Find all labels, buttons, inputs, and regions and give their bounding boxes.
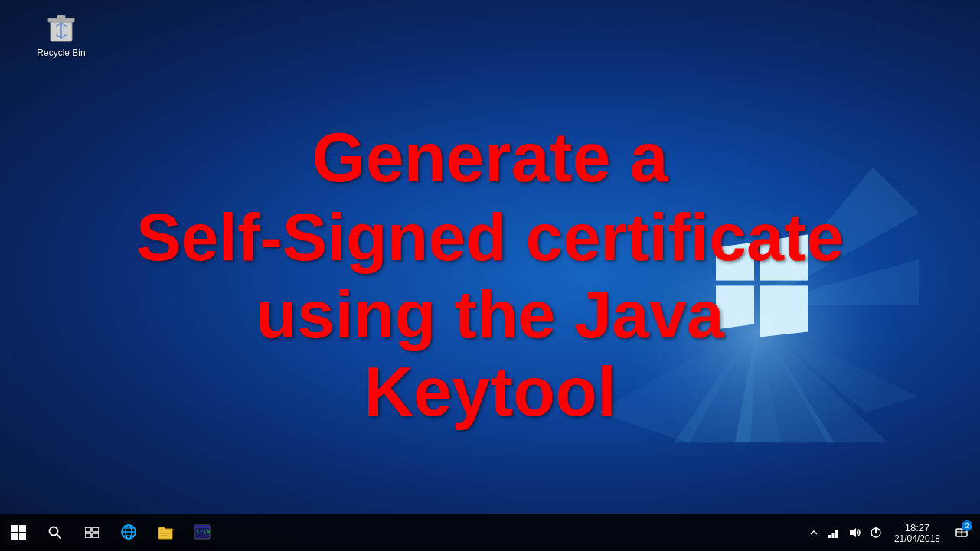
cmd-icon: C:\>_ xyxy=(194,523,211,540)
command-prompt-button[interactable]: C:\>_ xyxy=(184,514,220,551)
recycle-bin-svg xyxy=(43,8,80,44)
svg-rect-12 xyxy=(11,525,18,532)
svg-rect-35 xyxy=(835,530,838,538)
svg-point-0 xyxy=(605,167,911,442)
title-line3: using the Java xyxy=(24,276,956,353)
svg-marker-6 xyxy=(758,320,919,412)
desktop: Generate a Self-Signed certificate using… xyxy=(0,0,980,551)
power-icon xyxy=(870,527,882,539)
svg-marker-3 xyxy=(597,320,758,442)
notification-badge: 2 xyxy=(962,520,972,531)
task-view-button[interactable] xyxy=(74,514,110,551)
network-icon xyxy=(827,527,839,539)
svg-rect-34 xyxy=(831,533,834,538)
svg-rect-15 xyxy=(19,533,26,540)
svg-rect-29 xyxy=(161,535,167,536)
internet-explorer-button[interactable] xyxy=(110,514,147,551)
svg-rect-13 xyxy=(19,525,26,532)
network-tray-icon[interactable] xyxy=(824,514,842,551)
volume-tray-icon[interactable] xyxy=(845,514,864,551)
main-title: Generate a Self-Signed certificate using… xyxy=(24,119,956,432)
tray-chevron[interactable] xyxy=(807,514,821,551)
svg-rect-11 xyxy=(57,15,65,19)
clock-time: 18:27 xyxy=(905,522,930,533)
svg-marker-7 xyxy=(758,167,919,305)
svg-rect-19 xyxy=(93,527,99,532)
power-tray-icon[interactable] xyxy=(867,514,885,551)
taskbar-right: 18:27 21/04/2018 2 xyxy=(807,514,980,551)
windows-logo xyxy=(597,121,919,442)
svg-rect-28 xyxy=(161,533,170,534)
chevron-up-icon xyxy=(810,529,818,536)
svg-rect-31 xyxy=(194,525,210,528)
clock[interactable]: 18:27 21/04/2018 xyxy=(888,514,946,551)
svg-rect-14 xyxy=(11,533,18,540)
search-icon xyxy=(48,526,62,540)
windows-start-icon xyxy=(11,525,26,540)
taskbar: C:\>_ xyxy=(0,514,980,551)
title-line4: Keytool xyxy=(24,353,956,432)
title-line1: Generate a xyxy=(24,119,956,198)
svg-marker-8 xyxy=(758,259,919,305)
svg-marker-36 xyxy=(850,528,856,537)
task-view-icon xyxy=(85,527,99,538)
clock-date: 21/04/2018 xyxy=(894,533,940,544)
file-explorer-button[interactable] xyxy=(147,514,184,551)
svg-rect-20 xyxy=(85,533,91,538)
title-line2: Self-Signed certificate xyxy=(24,198,956,276)
taskbar-left: C:\>_ xyxy=(0,514,807,551)
svg-marker-2 xyxy=(674,320,758,442)
recycle-bin-label: Recycle Bin xyxy=(37,47,85,58)
svg-marker-5 xyxy=(758,320,888,442)
volume-icon xyxy=(848,527,861,539)
svg-rect-18 xyxy=(85,527,91,532)
svg-marker-1 xyxy=(735,320,781,442)
notification-button[interactable]: 2 xyxy=(949,514,974,551)
search-button[interactable] xyxy=(37,514,74,551)
svg-rect-33 xyxy=(828,535,831,538)
recycle-bin-icon[interactable]: Recycle Bin xyxy=(31,8,92,58)
svg-marker-4 xyxy=(758,320,835,442)
ie-icon xyxy=(120,523,137,540)
start-button[interactable] xyxy=(0,514,37,551)
svg-rect-21 xyxy=(93,533,99,538)
file-explorer-icon xyxy=(157,523,174,540)
svg-text:C:\>_: C:\>_ xyxy=(197,529,211,535)
svg-line-17 xyxy=(57,534,60,538)
